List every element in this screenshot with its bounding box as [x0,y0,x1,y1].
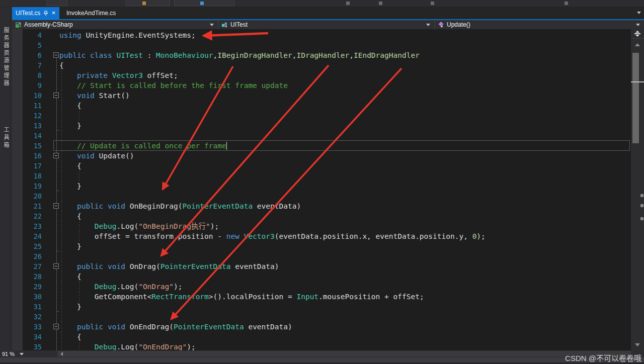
zoom-level: 91 % [2,351,15,357]
fold-collapse-icon[interactable] [53,153,59,158]
code-text: { [59,101,82,111]
fold-collapse-icon[interactable] [53,324,59,329]
code-line-10[interactable]: 10 void Start() [12,90,631,101]
type-name: UITest [230,21,248,28]
zoom-dropdown[interactable]: 91 % [2,350,24,357]
horizontal-scrollbar[interactable] [57,351,631,357]
code-line-14[interactable]: 14 [12,131,631,141]
rail-tab-server-explorer[interactable]: 服务器资源管理器 [2,27,10,87]
code-line-21[interactable]: 21 public void OnBeginDrag(PointerEventD… [12,201,631,211]
line-number: 22 [23,211,42,221]
fold-collapse-icon[interactable] [53,93,59,98]
line-number: 12 [23,111,42,121]
editor-bottom-bar: 91 % [0,350,644,357]
line-number: 14 [23,131,42,141]
code-line-6[interactable]: 6public class UITest : MonoBehaviour,IBe… [12,50,631,60]
toolbar-remnant-strip [0,0,644,7]
code-line-15[interactable]: 15 // Update is called once per frame [12,141,631,151]
tab-invokeandtime[interactable]: InvokeAndTime.cs [61,7,121,19]
code-line-34[interactable]: 34 { [12,332,631,342]
left-tool-rail: 服务器资源管理器 工具箱 [0,7,11,357]
code-line-30[interactable]: 30 GetComponent<RectTransform>().localPo… [12,292,631,302]
code-line-20[interactable]: 20 [12,191,631,201]
code-line-27[interactable]: 27 public void OnDrag(PointerEventData e… [12,261,631,271]
line-number: 20 [23,191,42,201]
code-line-29[interactable]: 29 Debug.Log("OnDrag"); [12,282,631,292]
code-line-5[interactable]: 5 [12,40,631,50]
indent-guide [61,312,62,322]
member-dropdown[interactable]: Update() [435,20,644,29]
fold-collapse-icon[interactable] [53,203,59,209]
tab-label: UITest.cs [16,10,40,17]
toolbar-remnant [174,0,234,6]
scroll-down-icon[interactable] [635,343,640,346]
fold-collapse-icon[interactable] [53,263,59,269]
code-line-9[interactable]: 9 // Start is called before the first fr… [12,80,631,90]
code-text: GetComponent<RectTransform>().localPosit… [59,292,424,302]
scroll-left-icon[interactable] [60,352,63,356]
line-number: 19 [23,181,42,191]
line-number: 26 [23,251,42,261]
type-dropdown[interactable]: UITest [218,20,435,29]
scrollbar-thumb[interactable] [632,53,639,143]
code-text: Debug.Log("OnBeginDrag执行"); [59,221,219,231]
code-line-31[interactable]: 31 } [12,302,631,312]
code-line-25[interactable]: 25 } [12,241,631,251]
code-line-7[interactable]: 7{ [12,60,631,70]
vertical-scrollbar[interactable] [631,29,644,350]
tab-overflow-chevron-icon[interactable] [637,12,641,14]
code-line-28[interactable]: 28 { [12,271,631,282]
code-line-32[interactable]: 32 [12,312,631,322]
code-line-19[interactable]: 19 } [12,181,631,191]
tab-uitest[interactable]: UITest.cs ✕ [12,7,59,19]
indent-guide [79,111,79,121]
line-number: 4 [23,30,42,40]
code-text: { [59,332,82,342]
csharp-project-icon [15,22,22,28]
caret-position-marker [631,81,644,82]
code-text: public void OnDrag(PointerEventData even… [59,261,279,271]
line-number: 23 [23,221,42,231]
code-line-24[interactable]: 24 offSet = transform.position - new Vec… [12,231,631,241]
scroll-up-icon[interactable] [635,43,640,46]
fold-end-tick [57,191,59,191]
code-line-22[interactable]: 22 { [12,211,631,221]
code-line-13[interactable]: 13 } [12,121,631,131]
rail-tab-toolbox[interactable]: 工具箱 [2,127,10,149]
indent-guide [61,171,62,181]
line-number: 9 [23,80,42,90]
code-line-33[interactable]: 33 public void OnEndDrag(PointerEventDat… [12,322,631,332]
code-text: offSet = transform.position - new Vector… [59,231,486,241]
code-line-12[interactable]: 12 [12,111,631,121]
line-number: 11 [23,101,42,111]
close-icon[interactable]: ✕ [51,11,55,16]
line-number: 30 [23,292,42,302]
toolbar-icon-remnant [431,2,434,5]
line-number: 32 [23,312,42,322]
code-line-17[interactable]: 17 { [12,161,631,171]
code-text: void Update() [59,151,134,161]
chevron-down-icon [20,353,24,355]
code-line-16[interactable]: 16 void Update() [12,151,631,161]
indent-guide [61,111,62,121]
code-line-11[interactable]: 11 { [12,101,631,111]
pin-icon[interactable] [43,11,48,16]
code-line-23[interactable]: 23 Debug.Log("OnBeginDrag执行"); [12,221,631,231]
code-text: using UnityEngine.EventSystems; [59,30,196,40]
code-text: public void OnEndDrag(PointerEventData e… [59,322,292,332]
code-line-18[interactable]: 18 [12,171,631,181]
fold-collapse-icon[interactable] [53,52,59,58]
project-dropdown[interactable]: Assembly-CSharp [12,20,218,29]
line-number: 25 [23,241,42,251]
code-editor[interactable]: 4using UnityEngine.EventSystems;56public… [12,29,631,350]
code-line-4[interactable]: 4using UnityEngine.EventSystems; [12,30,631,40]
code-line-8[interactable]: 8 private Vector3 offSet; [12,70,631,80]
code-line-26[interactable]: 26 [12,251,631,261]
toolbar-icon-remnant [346,2,350,5]
code-text: { [59,211,82,221]
code-text: { [59,161,82,171]
code-line-35[interactable]: 35 Debug.Log("OnEndDrag"); [12,342,631,350]
code-text: } [59,302,82,312]
navigation-bar: Assembly-CSharp UITest Update() [12,20,644,29]
splitter-handle-icon[interactable] [631,29,644,39]
